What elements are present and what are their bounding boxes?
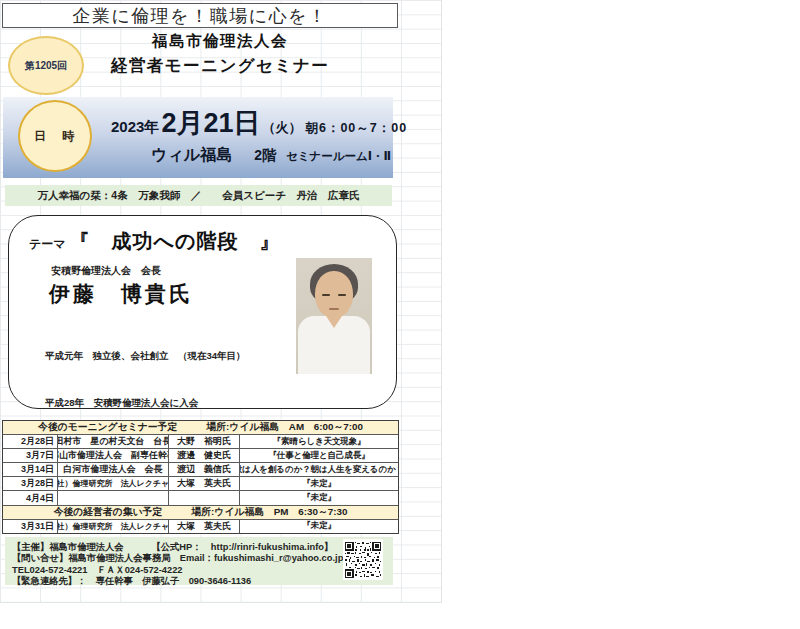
qr-code (343, 539, 383, 580)
cell-speaker: 渡邊 健史氏 (169, 449, 240, 462)
datetime-label-badge: 日 時 (18, 100, 92, 172)
cell-topic: 『役は人を創るのか？朝は人生を変えるのか？』 (240, 463, 398, 476)
cell-speaker: 大野 裕明氏 (169, 435, 240, 448)
datetime-label: 日 時 (34, 128, 76, 145)
venue-room: セミナールームⅠ・Ⅱ (286, 149, 391, 164)
venue-floor: 2階 (254, 147, 276, 165)
table-row: 3月31日 （一社）倫理研究所 法人レクチャラー 大塚 英夫氏 『未定』 (3, 520, 398, 533)
cell-topic: 『素晴らしき天文現象』 (240, 435, 398, 448)
cell-affiliation (58, 491, 169, 504)
cell-date: 2月28日 (3, 435, 58, 448)
schedule-header-evening: 今後の経営者の集い予定 場所:ウイル福島 PM 6:30～7:30 (3, 506, 398, 520)
cell-speaker (169, 491, 240, 504)
table-row: 4月4日 『未定』 (3, 491, 398, 505)
speaker-affiliation: 安積野倫理法人会 会長 (51, 264, 161, 278)
table-row: 3月14日 白河市倫理法人会 会長 渡辺 義信氏 『役は人を創るのか？朝は人生を… (3, 463, 398, 477)
table-row: 2月28日 田村市 星の村天文台 台長 大野 裕明氏 『素晴らしき天文現象』 (3, 435, 398, 449)
venue-name: ウィル福島 (151, 145, 232, 166)
footer-line-tel-fax: TEL024-572-4221 ＦＡＸ024-572-4222 (12, 565, 393, 576)
cell-speaker: 大塚 英夫氏 (169, 477, 240, 490)
slogan-text: 企業に倫理を！職場に心を！ (72, 4, 327, 28)
date-time: 朝6：00～7：00 (305, 120, 407, 137)
date-day: 2月21日 (161, 105, 260, 141)
venue-line: ウィル福島 2階 セミナールームⅠ・Ⅱ (151, 145, 391, 166)
photo-eye (338, 294, 346, 296)
cell-date: 4月4日 (3, 491, 58, 504)
flyer-page: 企業に倫理を！職場に心を！ 第1205回 福島市倫理法人会 経営者モーニングセミ… (0, 0, 800, 629)
date-year: 2023年 (111, 118, 159, 137)
photo-mouth (329, 308, 339, 310)
footer-contact-box: 【主催】福島市倫理法人会 【公式HP： http://rinri-fukushi… (5, 537, 393, 585)
schedule-header-morning-text: 今後のモーニングセミナー予定 場所:ウイル福島 AM 6:00～7:00 (38, 421, 363, 434)
theme-title: 『 成功への階段 』 (70, 228, 281, 255)
date-weekday: （火） (262, 119, 301, 137)
cell-date: 3月14日 (3, 463, 58, 476)
theme-line: テーマ 『 成功への階段 』 (29, 228, 281, 255)
datetime-band: 日 時 2023年 2月21日 （火） 朝6：00～7：00 ウィル福島 2階 … (3, 97, 393, 178)
cell-affiliation: 田村市 星の村天文台 台長 (58, 435, 169, 448)
theme-box: テーマ 『 成功への階段 』 安積野倫理法人会 会長 伊藤 博貴氏 平成元年 独… (8, 215, 397, 409)
cell-date: 3月28日 (3, 477, 58, 490)
table-row: 3月28日 （一社）倫理研究所 法人レクチャラー 大塚 英夫氏 『未定』 (3, 477, 398, 491)
organization-name: 福島市倫理法人会 (40, 31, 400, 52)
cell-affiliation: （一社）倫理研究所 法人レクチャラー (58, 520, 169, 533)
slogan-box: 企業に倫理を！職場に心を！ (2, 3, 398, 28)
cell-affiliation: 郡山市倫理法人会 副専任幹事 (58, 449, 169, 462)
cell-date: 3月31日 (3, 520, 58, 533)
speaker-bio-line: 平成28年 安積野倫理法人会に入会 (45, 395, 246, 411)
speaker-bio-line: 平成元年 独立後、会社創立 （現在34年目） (45, 348, 246, 364)
schedule-table: 今後のモーニングセミナー予定 場所:ウイル福島 AM 6:00～7:00 2月2… (2, 420, 399, 534)
speaker-name: 伊藤 博貴氏 (49, 280, 193, 308)
footer-line-contact: 【問い合せ】福島市倫理法人会事務局 Email：fukushimashi_r@y… (12, 553, 393, 564)
cell-topic: 『未定』 (240, 491, 398, 504)
photo-face (315, 271, 353, 318)
photo-eye (322, 294, 330, 296)
event-title: 経営者モーニングセミナー (40, 55, 400, 77)
cell-affiliation: 白河市倫理法人会 会長 (58, 463, 169, 476)
cell-topic: 『未定』 (240, 477, 398, 490)
table-row: 3月7日 郡山市倫理法人会 副専任幹事 渡邊 健史氏 『仕事と倫理と自己成長』 (3, 449, 398, 463)
cell-date: 3月7日 (3, 449, 58, 462)
cell-topic: 『仕事と倫理と自己成長』 (240, 449, 398, 462)
cell-affiliation: （一社）倫理研究所 法人レクチャラー (58, 477, 169, 490)
footer-line-emergency: 【緊急連絡先】： 専任幹事 伊藤弘子 090-3646-1136 (12, 576, 393, 587)
speaker-photo (296, 258, 372, 374)
schedule-header-evening-text: 今後の経営者の集い予定 場所:ウイル福島 PM 6:30～7:30 (54, 506, 348, 519)
reading-speech-text: 万人幸福の栞：4条 万象我師 ／ 会員スピーチ 丹治 広章氏 (38, 189, 360, 203)
theme-label: テーマ (29, 236, 66, 253)
schedule-header-morning: 今後のモーニングセミナー予定 場所:ウイル福島 AM 6:00～7:00 (3, 421, 398, 435)
reading-speech-banner: 万人幸福の栞：4条 万象我師 ／ 会員スピーチ 丹治 広章氏 (5, 185, 392, 206)
cell-speaker: 大塚 英夫氏 (169, 520, 240, 533)
footer-line-host: 【主催】福島市倫理法人会 【公式HP： http://rinri-fukushi… (12, 542, 393, 553)
cell-topic: 『未定』 (240, 520, 398, 533)
seminar-date-line: 2023年 2月21日 （火） 朝6：00～7：00 (111, 105, 407, 141)
cell-speaker: 渡辺 義信氏 (169, 463, 240, 476)
